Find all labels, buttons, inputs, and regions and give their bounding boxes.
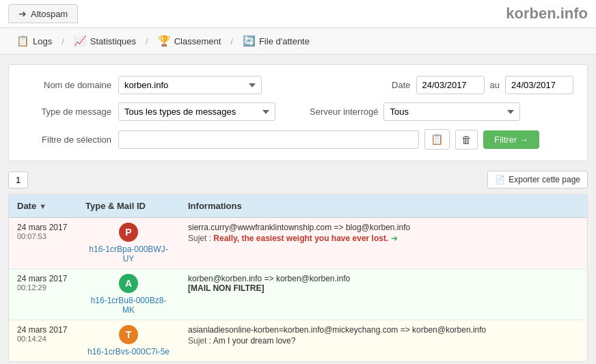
nav-classement-label: Classement <box>174 36 221 46</box>
subject-text: Really, the easiest weight you have ever… <box>213 234 388 243</box>
domain-select[interactable]: korben.info <box>118 76 262 94</box>
nav-item-file-attente[interactable]: 🔄 File d'attente <box>237 32 315 50</box>
nav-item-logs[interactable]: 📋 Logs <box>11 32 57 50</box>
title-bar: ➜ Altospam korben.info <box>0 0 596 28</box>
date-separator: au <box>490 80 500 90</box>
table-row: 24 mars 201700:12:29Ah16-1crBu8-000Bz8-M… <box>9 269 587 320</box>
cell-date-0: 24 mars 201700:07:53 <box>9 218 77 269</box>
th-type-mailid: Type & Mail ID <box>77 195 180 218</box>
cell-type-0: Ph16-1crBpa-000BWJ-UY <box>77 218 180 269</box>
date-label: Date <box>392 80 410 90</box>
copy-icon-button[interactable]: 📋 <box>424 129 450 150</box>
th-date[interactable]: Date ▼ <box>9 195 77 218</box>
stats-icon: 📈 <box>74 35 87 47</box>
info-subject: Sujet : Am I your dream love? <box>188 336 579 346</box>
brand-title: korben.info <box>506 5 588 23</box>
filter-row-type: Type de message Tous les types de messag… <box>23 102 573 121</box>
trash-icon-button[interactable]: 🗑 <box>455 130 478 150</box>
subject-label: Sujet : <box>188 234 213 243</box>
cell-date-1: 24 mars 201700:12:29 <box>9 269 77 320</box>
export-label: Exporter cette page <box>509 175 580 184</box>
app-tab[interactable]: ➜ Altospam <box>8 4 78 23</box>
filtre-selection-label: Filtre de sélection <box>23 135 111 145</box>
filter-row-domain: Nom de domaine korben.info Date au <box>23 76 573 94</box>
subject-text: Am I your dream love? <box>213 336 296 346</box>
pagination-row: 1 📄 Exporter cette page <box>8 171 588 188</box>
cell-info-1: korben@korben.info => korben@korben.info… <box>180 269 587 320</box>
date-time: 00:14:24 <box>17 335 69 343</box>
mail-id-link[interactable]: h16-1crBu8-000Bz8-MK <box>85 296 172 315</box>
nav-sep-2: / <box>146 36 148 46</box>
filter-panel: Nom de domaine korben.info Date au Type … <box>8 64 588 161</box>
type-badge: T <box>119 325 138 344</box>
export-button[interactable]: 📄 Exporter cette page <box>487 171 588 188</box>
date-main: 24 mars 2017 <box>17 223 69 232</box>
cell-date-2: 24 mars 201700:14:24 <box>9 320 77 362</box>
info-from: asianladiesonline-korben=korben.info@mic… <box>188 325 579 335</box>
server-group: Serveur interrogé Tous <box>310 102 520 121</box>
arrow-icon: ➜ <box>391 234 398 243</box>
mail-id-link[interactable]: h16-1crBpa-000BWJ-UY <box>85 244 172 264</box>
page-1-button[interactable]: 1 <box>8 171 28 188</box>
filter-selection-input[interactable] <box>118 130 419 149</box>
nav-sep-1: / <box>62 36 64 46</box>
date-main: 24 mars 2017 <box>17 325 69 335</box>
cell-type-1: Ah16-1crBu8-000Bz8-MK <box>77 269 180 320</box>
app-tab-label: Altospam <box>31 9 68 19</box>
file-attente-icon: 🔄 <box>243 35 256 47</box>
export-icon: 📄 <box>495 175 505 184</box>
info-nofilter: [MAIL NON FILTRE] <box>188 283 579 293</box>
type-badge: A <box>119 274 138 293</box>
cell-info-2: asianladiesonline-korben=korben.info@mic… <box>180 320 587 362</box>
classement-icon: 🏆 <box>158 35 171 47</box>
info-from: korben@korben.info => korben@korben.info <box>188 274 579 283</box>
date-main: 24 mars 2017 <box>17 274 69 283</box>
nav-sep-3: / <box>230 36 233 46</box>
nav-logs-label: Logs <box>33 36 52 46</box>
subject-label: Sujet : <box>188 336 213 346</box>
tab-arrow-icon: ➜ <box>18 8 27 19</box>
table-header-row: Date ▼ Type & Mail ID Informations <box>9 195 587 218</box>
th-date-label: Date <box>17 201 36 211</box>
nav-item-statistiques[interactable]: 📈 Statistiques <box>68 32 141 50</box>
mail-id-link[interactable]: h16-1crBvs-000C7i-5e <box>85 347 172 356</box>
info-subject: Sujet : Really, the easiest weight you h… <box>188 234 579 243</box>
info-from: sierra.curry@wwwfranklintownship.com => … <box>188 223 579 232</box>
table-row: 24 mars 201700:07:53Ph16-1crBpa-000BWJ-U… <box>9 218 587 269</box>
nav-stats-label: Statistiques <box>90 36 136 46</box>
th-informations: Informations <box>180 195 587 218</box>
type-message-select[interactable]: Tous les types de messages <box>118 102 275 121</box>
nav-bar: 📋 Logs / 📈 Statistiques / 🏆 Classement /… <box>0 28 596 55</box>
sort-icon: ▼ <box>39 202 46 210</box>
date-time: 00:12:29 <box>17 283 69 292</box>
filter-input-group: 📋 🗑 Filtrer → <box>118 129 539 150</box>
type-badge: P <box>119 223 138 242</box>
cell-type-2: Th16-1crBvs-000C7i-5e <box>77 320 180 362</box>
data-table: Date ▼ Type & Mail ID Informations 24 ma… <box>9 195 587 361</box>
date-to-input[interactable] <box>505 76 573 94</box>
domain-label: Nom de domaine <box>23 80 111 90</box>
date-group: Date au <box>392 76 573 94</box>
type-message-label: Type de message <box>23 107 111 117</box>
nav-file-label: File d'attente <box>259 36 310 46</box>
date-from-input[interactable] <box>416 76 485 94</box>
serveur-label: Serveur interrogé <box>310 107 378 117</box>
server-select[interactable]: Tous <box>383 102 520 121</box>
table-row: 24 mars 201700:14:24Th16-1crBvs-000C7i-5… <box>9 320 587 362</box>
nav-item-classement[interactable]: 🏆 Classement <box>152 32 227 50</box>
logs-icon: 📋 <box>16 35 29 47</box>
filter-button[interactable]: Filtrer → <box>483 130 539 149</box>
filter-row-selection: Filtre de sélection 📋 🗑 Filtrer → <box>23 129 573 150</box>
data-table-wrapper: Date ▼ Type & Mail ID Informations 24 ma… <box>8 194 588 362</box>
cell-info-0: sierra.curry@wwwfranklintownship.com => … <box>180 218 587 269</box>
date-time: 00:07:53 <box>17 232 69 240</box>
